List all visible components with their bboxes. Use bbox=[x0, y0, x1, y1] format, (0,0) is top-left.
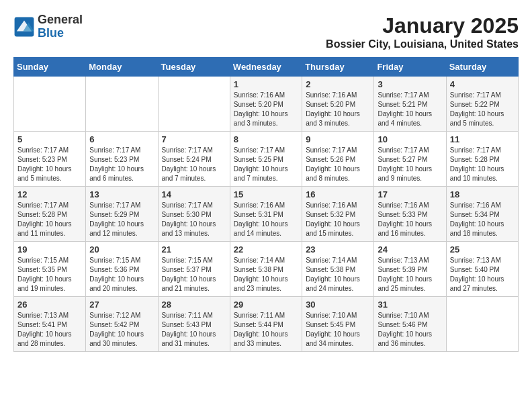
calendar-cell-w4-d6: 24Sunrise: 7:13 AM Sunset: 5:39 PM Dayli… bbox=[374, 242, 446, 297]
logo-icon bbox=[13, 16, 35, 38]
day-info: Sunrise: 7:16 AM Sunset: 5:20 PM Dayligh… bbox=[234, 91, 298, 128]
day-number: 26 bbox=[17, 300, 82, 310]
calendar-cell-w5-d3: 28Sunrise: 7:11 AM Sunset: 5:43 PM Dayli… bbox=[158, 297, 230, 352]
calendar-cell-w5-d4: 29Sunrise: 7:11 AM Sunset: 5:44 PM Dayli… bbox=[230, 297, 302, 352]
day-number: 21 bbox=[162, 244, 226, 255]
day-number: 24 bbox=[378, 244, 442, 255]
day-number: 4 bbox=[450, 79, 515, 89]
day-info: Sunrise: 7:10 AM Sunset: 5:45 PM Dayligh… bbox=[306, 311, 370, 349]
calendar-cell-w3-d7: 18Sunrise: 7:16 AM Sunset: 5:34 PM Dayli… bbox=[446, 187, 518, 242]
day-info: Sunrise: 7:13 AM Sunset: 5:40 PM Dayligh… bbox=[450, 256, 515, 293]
calendar-cell-w3-d4: 15Sunrise: 7:16 AM Sunset: 5:31 PM Dayli… bbox=[230, 187, 302, 242]
day-number: 7 bbox=[162, 134, 226, 144]
month-title: January 2025 bbox=[326, 13, 519, 38]
weekday-saturday: Saturday bbox=[446, 58, 518, 77]
day-info: Sunrise: 7:17 AM Sunset: 5:29 PM Dayligh… bbox=[89, 201, 154, 238]
day-info: Sunrise: 7:15 AM Sunset: 5:35 PM Dayligh… bbox=[17, 256, 82, 293]
day-info: Sunrise: 7:16 AM Sunset: 5:20 PM Dayligh… bbox=[306, 91, 370, 128]
day-info: Sunrise: 7:12 AM Sunset: 5:42 PM Dayligh… bbox=[89, 311, 154, 349]
day-info: Sunrise: 7:11 AM Sunset: 5:44 PM Dayligh… bbox=[234, 311, 298, 349]
weekday-sunday: Sunday bbox=[14, 58, 86, 77]
day-info: Sunrise: 7:17 AM Sunset: 5:23 PM Dayligh… bbox=[17, 146, 82, 183]
calendar-cell-w2-d6: 10Sunrise: 7:17 AM Sunset: 5:27 PM Dayli… bbox=[374, 132, 446, 187]
day-info: Sunrise: 7:15 AM Sunset: 5:36 PM Dayligh… bbox=[89, 256, 154, 293]
day-number: 29 bbox=[234, 300, 298, 310]
day-info: Sunrise: 7:17 AM Sunset: 5:27 PM Dayligh… bbox=[378, 146, 442, 183]
day-info: Sunrise: 7:17 AM Sunset: 5:24 PM Dayligh… bbox=[162, 146, 226, 183]
day-number: 28 bbox=[162, 300, 226, 310]
day-info: Sunrise: 7:16 AM Sunset: 5:34 PM Dayligh… bbox=[450, 201, 515, 238]
day-number: 17 bbox=[378, 189, 442, 199]
calendar-cell-w4-d3: 21Sunrise: 7:15 AM Sunset: 5:37 PM Dayli… bbox=[158, 242, 230, 297]
weekday-tuesday: Tuesday bbox=[158, 58, 230, 77]
day-info: Sunrise: 7:14 AM Sunset: 5:38 PM Dayligh… bbox=[306, 256, 370, 293]
calendar-cell-w1-d3 bbox=[158, 77, 230, 132]
day-number: 23 bbox=[306, 244, 370, 255]
day-number: 22 bbox=[234, 244, 298, 255]
calendar-cell-w4-d1: 19Sunrise: 7:15 AM Sunset: 5:35 PM Dayli… bbox=[14, 242, 86, 297]
day-number: 8 bbox=[234, 134, 298, 144]
day-info: Sunrise: 7:14 AM Sunset: 5:38 PM Dayligh… bbox=[234, 256, 298, 293]
calendar-cell-w5-d1: 26Sunrise: 7:13 AM Sunset: 5:41 PM Dayli… bbox=[14, 297, 86, 352]
calendar-cell-w3-d5: 16Sunrise: 7:16 AM Sunset: 5:32 PM Dayli… bbox=[302, 187, 374, 242]
calendar-cell-w3-d1: 12Sunrise: 7:17 AM Sunset: 5:28 PM Dayli… bbox=[14, 187, 86, 242]
calendar-cell-w2-d1: 5Sunrise: 7:17 AM Sunset: 5:23 PM Daylig… bbox=[14, 132, 86, 187]
day-number: 20 bbox=[89, 244, 154, 255]
day-number: 1 bbox=[234, 79, 298, 89]
day-info: Sunrise: 7:10 AM Sunset: 5:46 PM Dayligh… bbox=[378, 311, 442, 349]
week-row-3: 12Sunrise: 7:17 AM Sunset: 5:28 PM Dayli… bbox=[14, 187, 519, 242]
day-info: Sunrise: 7:15 AM Sunset: 5:37 PM Dayligh… bbox=[162, 256, 226, 293]
day-info: Sunrise: 7:16 AM Sunset: 5:32 PM Dayligh… bbox=[306, 201, 370, 238]
day-number: 5 bbox=[17, 134, 82, 144]
calendar-table: SundayMondayTuesdayWednesdayThursdayFrid… bbox=[13, 57, 519, 352]
day-number: 31 bbox=[378, 300, 442, 310]
day-info: Sunrise: 7:17 AM Sunset: 5:28 PM Dayligh… bbox=[17, 201, 82, 238]
calendar-cell-w4-d7: 25Sunrise: 7:13 AM Sunset: 5:40 PM Dayli… bbox=[446, 242, 518, 297]
calendar-cell-w4-d4: 22Sunrise: 7:14 AM Sunset: 5:38 PM Dayli… bbox=[230, 242, 302, 297]
weekday-wednesday: Wednesday bbox=[230, 58, 302, 77]
weekday-monday: Monday bbox=[86, 58, 158, 77]
calendar-cell-w2-d2: 6Sunrise: 7:17 AM Sunset: 5:23 PM Daylig… bbox=[86, 132, 158, 187]
logo-general-text: General bbox=[38, 13, 83, 27]
logo-text: General Blue bbox=[38, 13, 83, 40]
day-info: Sunrise: 7:17 AM Sunset: 5:26 PM Dayligh… bbox=[306, 146, 370, 183]
day-number: 11 bbox=[450, 134, 515, 144]
calendar-cell-w5-d2: 27Sunrise: 7:12 AM Sunset: 5:42 PM Dayli… bbox=[86, 297, 158, 352]
calendar-cell-w1-d5: 2Sunrise: 7:16 AM Sunset: 5:20 PM Daylig… bbox=[302, 77, 374, 132]
calendar-cell-w1-d2 bbox=[86, 77, 158, 132]
location-title: Bossier City, Louisiana, United States bbox=[326, 38, 519, 50]
week-row-5: 26Sunrise: 7:13 AM Sunset: 5:41 PM Dayli… bbox=[14, 297, 519, 352]
calendar-cell-w2-d3: 7Sunrise: 7:17 AM Sunset: 5:24 PM Daylig… bbox=[158, 132, 230, 187]
calendar-cell-w3-d2: 13Sunrise: 7:17 AM Sunset: 5:29 PM Dayli… bbox=[86, 187, 158, 242]
week-row-1: 1Sunrise: 7:16 AM Sunset: 5:20 PM Daylig… bbox=[14, 77, 519, 132]
day-info: Sunrise: 7:17 AM Sunset: 5:22 PM Dayligh… bbox=[450, 91, 515, 128]
week-row-2: 5Sunrise: 7:17 AM Sunset: 5:23 PM Daylig… bbox=[14, 132, 519, 187]
day-info: Sunrise: 7:17 AM Sunset: 5:28 PM Dayligh… bbox=[450, 146, 515, 183]
day-number: 13 bbox=[89, 189, 154, 199]
day-number: 30 bbox=[306, 300, 370, 310]
day-number: 19 bbox=[17, 244, 82, 255]
day-info: Sunrise: 7:13 AM Sunset: 5:41 PM Dayligh… bbox=[17, 311, 82, 349]
day-info: Sunrise: 7:13 AM Sunset: 5:39 PM Dayligh… bbox=[378, 256, 442, 293]
calendar-cell-w2-d7: 11Sunrise: 7:17 AM Sunset: 5:28 PM Dayli… bbox=[446, 132, 518, 187]
weekday-header-row: SundayMondayTuesdayWednesdayThursdayFrid… bbox=[14, 58, 519, 77]
day-number: 15 bbox=[234, 189, 298, 199]
calendar-cell-w5-d6: 31Sunrise: 7:10 AM Sunset: 5:46 PM Dayli… bbox=[374, 297, 446, 352]
title-block: January 2025 Bossier City, Louisiana, Un… bbox=[326, 13, 519, 50]
day-info: Sunrise: 7:17 AM Sunset: 5:23 PM Dayligh… bbox=[89, 146, 154, 183]
day-number: 27 bbox=[89, 300, 154, 310]
day-number: 18 bbox=[450, 189, 515, 199]
calendar-cell-w4-d5: 23Sunrise: 7:14 AM Sunset: 5:38 PM Dayli… bbox=[302, 242, 374, 297]
day-info: Sunrise: 7:17 AM Sunset: 5:30 PM Dayligh… bbox=[162, 201, 226, 238]
calendar-cell-w5-d7 bbox=[446, 297, 518, 352]
calendar-cell-w2-d5: 9Sunrise: 7:17 AM Sunset: 5:26 PM Daylig… bbox=[302, 132, 374, 187]
day-number: 16 bbox=[306, 189, 370, 199]
calendar-cell-w1-d7: 4Sunrise: 7:17 AM Sunset: 5:22 PM Daylig… bbox=[446, 77, 518, 132]
day-number: 10 bbox=[378, 134, 442, 144]
weekday-thursday: Thursday bbox=[302, 58, 374, 77]
day-info: Sunrise: 7:11 AM Sunset: 5:43 PM Dayligh… bbox=[162, 311, 226, 349]
day-number: 14 bbox=[162, 189, 226, 199]
calendar-cell-w4-d2: 20Sunrise: 7:15 AM Sunset: 5:36 PM Dayli… bbox=[86, 242, 158, 297]
calendar-cell-w5-d5: 30Sunrise: 7:10 AM Sunset: 5:45 PM Dayli… bbox=[302, 297, 374, 352]
calendar-cell-w1-d4: 1Sunrise: 7:16 AM Sunset: 5:20 PM Daylig… bbox=[230, 77, 302, 132]
